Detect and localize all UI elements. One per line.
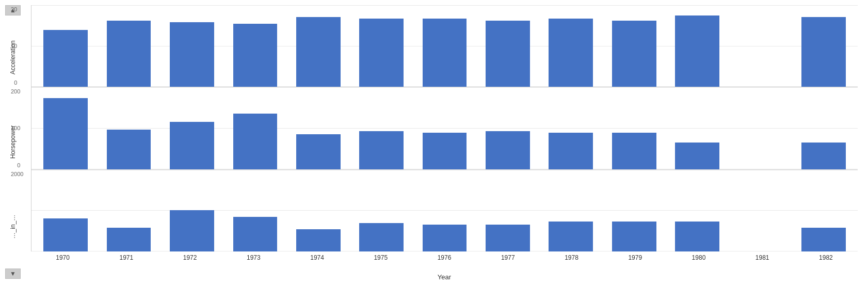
x-label: 1972 bbox=[158, 254, 221, 261]
bar-slot bbox=[476, 8, 539, 87]
bar[interactable] bbox=[423, 133, 467, 169]
bar[interactable] bbox=[423, 225, 467, 251]
bar-slot bbox=[223, 90, 286, 169]
bar-slot bbox=[792, 8, 855, 87]
bar[interactable] bbox=[43, 218, 88, 251]
bar[interactable] bbox=[486, 21, 530, 87]
bar[interactable] bbox=[233, 114, 278, 169]
bars-group-weight bbox=[31, 172, 858, 251]
y-axis-nums-weight: 2000 bbox=[11, 170, 23, 251]
bar-slot bbox=[476, 172, 539, 251]
bar-slot bbox=[539, 172, 602, 251]
bar-slot bbox=[160, 90, 223, 169]
bar[interactable] bbox=[801, 228, 846, 251]
bar[interactable] bbox=[107, 21, 151, 87]
x-label: 1978 bbox=[540, 254, 603, 261]
bar[interactable] bbox=[423, 19, 467, 87]
bar[interactable] bbox=[549, 133, 593, 169]
bar[interactable] bbox=[801, 17, 846, 87]
bar-slot bbox=[223, 172, 286, 251]
x-label: 1973 bbox=[222, 254, 285, 261]
bar[interactable] bbox=[43, 98, 88, 169]
bar[interactable] bbox=[801, 143, 846, 169]
bar[interactable] bbox=[549, 222, 593, 251]
sub-chart-inner-acceleration: 20100 bbox=[31, 5, 858, 87]
bar-slot bbox=[729, 172, 792, 251]
y-axis-nums-horsepower: 2001000 bbox=[11, 87, 20, 169]
bar-slot bbox=[287, 8, 350, 87]
bar-slot bbox=[413, 8, 476, 87]
x-label: 1970 bbox=[31, 254, 94, 261]
bar-slot bbox=[792, 90, 855, 169]
sub-chart-acceleration: 20100 bbox=[31, 5, 858, 87]
y-axis-num: 200 bbox=[11, 88, 20, 94]
x-label: 1980 bbox=[667, 254, 730, 261]
bar[interactable] bbox=[170, 210, 214, 251]
bar[interactable] bbox=[359, 223, 404, 251]
bar[interactable] bbox=[233, 24, 278, 87]
bar-slot bbox=[729, 90, 792, 169]
x-label: 1979 bbox=[603, 254, 667, 261]
bar-slot bbox=[350, 90, 413, 169]
bar[interactable] bbox=[359, 131, 404, 169]
bar-slot bbox=[97, 90, 160, 169]
x-label: 1974 bbox=[285, 254, 349, 261]
bar[interactable] bbox=[233, 217, 278, 251]
x-axis: 1970197119721973197419751976197719781979… bbox=[31, 251, 858, 272]
charts-wrapper: 2010020010002000 bbox=[31, 5, 858, 251]
main-area: 2010020010002000 19701971197219731974197… bbox=[26, 0, 868, 284]
bar[interactable] bbox=[43, 30, 88, 87]
bar-slot bbox=[413, 90, 476, 169]
bar[interactable] bbox=[107, 228, 151, 251]
bar[interactable] bbox=[675, 143, 719, 169]
bar-slot bbox=[603, 90, 666, 169]
x-axis-title: Year bbox=[31, 272, 858, 284]
sub-chart-inner-weight: 2000 bbox=[31, 170, 858, 251]
bar[interactable] bbox=[612, 222, 656, 251]
bar[interactable] bbox=[170, 22, 214, 87]
y-axis-num: 2000 bbox=[11, 171, 23, 177]
sub-chart-inner-horsepower: 2001000 bbox=[31, 87, 858, 169]
bar-slot bbox=[539, 8, 602, 87]
bar-slot bbox=[729, 8, 792, 87]
bar-slot bbox=[97, 172, 160, 251]
bars-group-acceleration bbox=[31, 8, 858, 87]
bar[interactable] bbox=[486, 225, 530, 251]
bar-slot bbox=[160, 172, 223, 251]
chart-container: ▲ Acceleration Horsepower …_in_… ▼ 20100… bbox=[0, 0, 868, 284]
bar-slot bbox=[539, 90, 602, 169]
bar-slot bbox=[287, 172, 350, 251]
bar-slot bbox=[666, 172, 729, 251]
bars-group-horsepower bbox=[31, 90, 858, 169]
grid-line bbox=[31, 5, 858, 6]
grid-line bbox=[31, 170, 858, 170]
x-label: 1981 bbox=[731, 254, 794, 261]
bar[interactable] bbox=[486, 131, 530, 169]
bar[interactable] bbox=[296, 17, 341, 87]
y-axis-num: 0 bbox=[17, 162, 20, 168]
bar-slot bbox=[413, 172, 476, 251]
bar-slot bbox=[97, 8, 160, 87]
scroll-down-arrow[interactable]: ▼ bbox=[5, 269, 21, 279]
bar-slot bbox=[603, 172, 666, 251]
bar[interactable] bbox=[296, 134, 341, 169]
bar-slot bbox=[34, 90, 97, 169]
bar[interactable] bbox=[549, 19, 593, 87]
y-axis-num: 10 bbox=[11, 43, 17, 49]
bar-slot bbox=[476, 90, 539, 169]
bar-slot bbox=[34, 8, 97, 87]
x-label: 1975 bbox=[349, 254, 412, 261]
y-axis-nums-acceleration: 20100 bbox=[11, 5, 17, 87]
bar[interactable] bbox=[107, 130, 151, 169]
bar-slot bbox=[350, 8, 413, 87]
bar[interactable] bbox=[170, 122, 214, 169]
bar[interactable] bbox=[359, 19, 404, 87]
bar-slot bbox=[792, 172, 855, 251]
bar-slot bbox=[603, 8, 666, 87]
bar[interactable] bbox=[296, 229, 341, 251]
x-label: 1976 bbox=[412, 254, 476, 261]
bar[interactable] bbox=[675, 222, 719, 251]
bar[interactable] bbox=[612, 133, 656, 169]
bar[interactable] bbox=[675, 15, 719, 87]
bar[interactable] bbox=[612, 21, 656, 87]
